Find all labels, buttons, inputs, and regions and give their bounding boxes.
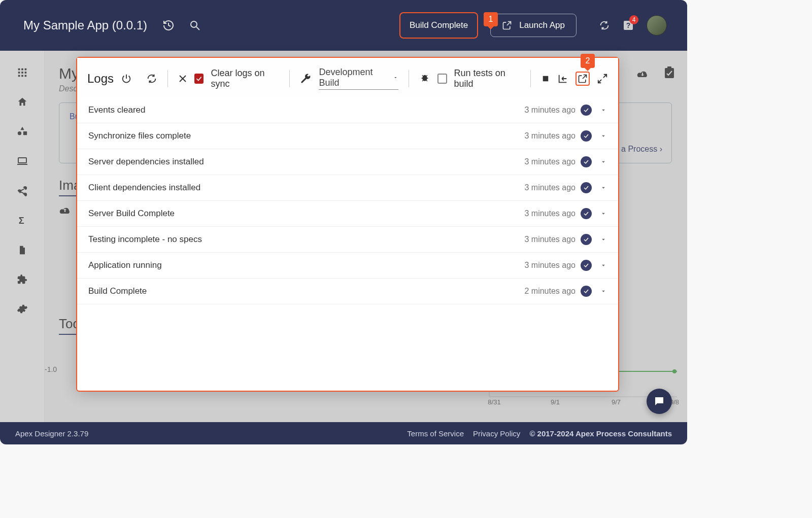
check-circle-icon (581, 182, 592, 193)
check-circle-icon (581, 130, 592, 142)
log-row[interactable]: Server dependencies installed3 minutes a… (77, 149, 618, 175)
callout-badge-1: 1 (484, 12, 498, 26)
chevron-down-icon[interactable] (600, 132, 607, 140)
stop-icon[interactable] (541, 74, 550, 83)
build-complete-button[interactable]: Build Complete (399, 12, 478, 39)
footer: Apex Designer 2.3.79 Terms of Service Pr… (0, 422, 687, 444)
chevron-down-icon[interactable] (600, 184, 607, 191)
check-circle-icon (581, 156, 592, 167)
run-tests-checkbox[interactable] (437, 74, 447, 84)
log-time: 3 minutes ago (524, 106, 576, 115)
chevron-down-icon[interactable] (600, 262, 607, 269)
log-message: Server Build Complete (88, 209, 524, 219)
build-complete-label: Build Complete (410, 20, 468, 30)
history-icon[interactable] (162, 19, 175, 31)
log-time: 2 minutes ago (524, 287, 576, 296)
launch-app-label: Launch App (519, 20, 565, 30)
logs-title: Logs (87, 72, 114, 86)
build-mode-select[interactable]: Development Build (319, 67, 398, 90)
log-message: Testing incomplete - no specs (88, 234, 524, 245)
app-title: My Sample App (0.0.1) (23, 18, 147, 32)
log-message: Client dependencies installed (88, 183, 524, 193)
footer-tos[interactable]: Terms of Service (407, 429, 464, 438)
log-message: Server dependencies installed (88, 157, 524, 167)
build-mode-label: Development Build (319, 67, 388, 88)
open-external-button[interactable] (576, 72, 590, 86)
log-message: Build Complete (88, 286, 524, 296)
log-time: 3 minutes ago (524, 131, 576, 141)
bug-icon[interactable] (419, 73, 430, 84)
launch-app-button[interactable]: Launch App (490, 14, 577, 37)
run-tests-label: Run tests on build (454, 68, 521, 89)
topbar: My Sample App (0.0.1) Build Complete Lau… (0, 0, 687, 51)
log-list: Events cleared3 minutes agoSynchronize f… (77, 97, 618, 304)
footer-privacy[interactable]: Privacy Policy (473, 429, 520, 438)
chevron-down-icon[interactable] (600, 107, 607, 114)
log-time: 3 minutes ago (524, 209, 576, 218)
clear-logs-checkbox[interactable] (194, 74, 204, 84)
log-time: 3 minutes ago (524, 235, 576, 244)
chevron-down-icon[interactable] (600, 158, 607, 165)
svg-rect-34 (543, 76, 549, 81)
log-time: 3 minutes ago (524, 261, 576, 270)
log-time: 3 minutes ago (524, 157, 576, 166)
log-time: 3 minutes ago (524, 183, 576, 192)
clear-logs-label: Clear logs on sync (211, 68, 279, 89)
check-circle-icon (581, 234, 592, 245)
log-row[interactable]: Application running3 minutes ago (77, 253, 618, 279)
check-circle-icon (581, 105, 592, 116)
log-row[interactable]: Client dependencies installed3 minutes a… (77, 175, 618, 201)
help-notification[interactable]: ? 4 (622, 19, 634, 31)
check-circle-icon (581, 260, 592, 271)
log-message: Events cleared (88, 105, 524, 115)
notification-count: 4 (629, 15, 638, 24)
check-circle-icon (581, 286, 592, 297)
chevron-down-icon[interactable] (600, 236, 607, 243)
power-icon[interactable] (121, 73, 132, 84)
log-message: Application running (88, 260, 524, 270)
chevron-down-icon[interactable] (600, 210, 607, 217)
user-avatar[interactable] (647, 15, 667, 36)
footer-copyright: © 2017-2024 Apex Process Consultants (529, 429, 672, 438)
launch-icon (502, 20, 512, 30)
svg-point-0 (191, 21, 197, 27)
log-row[interactable]: Testing incomplete - no specs3 minutes a… (77, 227, 618, 253)
chevron-down-icon[interactable] (600, 288, 607, 295)
search-icon[interactable] (189, 19, 201, 31)
import-icon[interactable] (557, 73, 568, 84)
log-row[interactable]: Events cleared3 minutes ago (77, 97, 618, 123)
expand-icon[interactable] (597, 73, 608, 84)
chat-launcher[interactable] (647, 389, 672, 414)
refresh-logs-icon[interactable] (146, 73, 157, 84)
log-row[interactable]: Server Build Complete3 minutes ago (77, 201, 618, 227)
callout-badge-2: 2 (581, 54, 595, 68)
logs-dialog: Logs Clear logs on sync Development Buil… (76, 57, 619, 392)
close-icon[interactable] (178, 74, 187, 83)
log-row[interactable]: Build Complete2 minutes ago (77, 279, 618, 304)
svg-line-1 (196, 27, 199, 30)
sync-icon[interactable] (599, 20, 610, 31)
wrench-icon[interactable] (299, 73, 312, 85)
footer-version: Apex Designer 2.3.79 (15, 429, 88, 438)
log-message: Synchronize files complete (88, 131, 524, 141)
log-row[interactable]: Synchronize files complete3 minutes ago (77, 123, 618, 149)
check-circle-icon (581, 208, 592, 219)
